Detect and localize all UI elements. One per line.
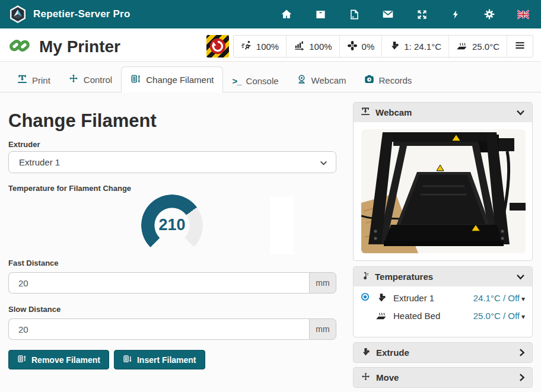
emergency-stop-button[interactable]	[206, 35, 229, 58]
repetier-server-app: Repetier-Server Pro	[0, 0, 541, 392]
slow-distance-unit: mm	[309, 318, 336, 340]
temperature-input[interactable]	[270, 197, 294, 254]
tab-label: Print	[32, 75, 50, 85]
move-panel: Move	[353, 367, 533, 388]
flow-value: 100%	[309, 42, 332, 52]
extruder-select-value: Extruder 1	[19, 157, 60, 167]
active-target-icon[interactable]	[361, 292, 370, 303]
fan-icon	[347, 40, 358, 53]
caret-down-icon: ▾	[521, 295, 525, 303]
fan-status[interactable]: 0%	[339, 36, 382, 57]
extruder-icon	[389, 40, 400, 53]
slow-distance-input[interactable]	[8, 318, 309, 340]
bed-icon	[456, 40, 468, 53]
extruder-icon	[361, 347, 371, 359]
extruder-temp-text: 24.1°C / Off	[473, 293, 520, 303]
insert-filament-button[interactable]: Insert Filament	[114, 350, 205, 369]
tab-print[interactable]: Print	[8, 69, 59, 92]
flow-status[interactable]: 100%	[286, 36, 339, 57]
filament-actions: Remove Filament Insert Filament	[8, 350, 205, 369]
hamburger-menu-icon	[514, 40, 526, 53]
queue-box-icon[interactable]	[314, 8, 326, 20]
printer-title: My Printer	[39, 37, 120, 56]
home-icon[interactable]	[281, 8, 292, 20]
move-panel-header[interactable]: Move	[354, 368, 532, 387]
caret-down-icon: ▾	[521, 313, 525, 321]
temperature-label: Temperature for Filament Change	[8, 184, 131, 193]
bed-temp-value: 25.0°C	[472, 42, 499, 52]
chevron-right-icon	[519, 373, 525, 382]
fast-distance-unit: mm	[309, 272, 336, 294]
chevron-right-icon	[519, 348, 525, 357]
extruder-temp-dropdown[interactable]: 24.1°C / Off▾	[473, 293, 525, 303]
speed-status[interactable]: 100%	[234, 36, 286, 57]
extrude-panel: Extrude	[353, 342, 533, 363]
flow-icon	[294, 40, 305, 53]
app-title: Repetier-Server Pro	[33, 8, 130, 20]
tab-change-filament[interactable]: Change Filament	[121, 66, 223, 93]
change-filament-panel: Change Filament Extruder Extruder 1 Temp…	[0, 93, 345, 392]
tab-label: Webcam	[311, 75, 346, 85]
fullscreen-icon[interactable]	[416, 8, 428, 20]
filament-up-icon	[17, 354, 27, 365]
webcam-body	[354, 122, 532, 260]
extruder-label: Extruder	[8, 140, 40, 149]
extruder-temp-status[interactable]: 1: 24.1°C	[381, 36, 448, 57]
chevron-down-icon	[320, 157, 327, 167]
extruder-select[interactable]: Extruder 1	[8, 151, 336, 173]
fast-distance-label: Fast Distance	[8, 259, 59, 267]
thermometer-icon	[361, 272, 370, 282]
right-sidebar: Webcam	[353, 93, 533, 392]
speed-value: 100%	[256, 42, 279, 52]
tab-records[interactable]: Records	[355, 69, 421, 92]
slow-distance-label: Slow Distance	[8, 305, 61, 314]
extrude-panel-header[interactable]: Extrude	[354, 343, 532, 362]
bed-temp-status[interactable]: 25.0°C	[448, 36, 507, 57]
printer-header: My Printer 100%	[0, 28, 541, 62]
extruder-icon	[375, 292, 388, 303]
settings-gear-icon[interactable]	[483, 8, 495, 20]
slow-distance-group: mm	[8, 318, 336, 340]
webcam-stream-image	[361, 129, 526, 253]
fast-distance-input[interactable]	[8, 272, 309, 294]
webcam-panel: Webcam	[353, 102, 533, 261]
move-icon	[68, 74, 79, 86]
printer-menu-button[interactable]	[507, 36, 533, 57]
insert-filament-label: Insert Filament	[137, 355, 196, 365]
fast-distance-group: mm	[8, 272, 336, 294]
temperature-gauge[interactable]: 210	[141, 195, 203, 256]
chevron-down-icon	[516, 274, 525, 280]
extrude-panel-title: Extrude	[376, 348, 409, 358]
connection-link-icon	[8, 34, 31, 59]
navbar-icons	[281, 8, 529, 20]
tab-label: Records	[379, 75, 412, 85]
manual-book-icon[interactable]	[348, 8, 360, 20]
tab-webcam[interactable]: Webcam	[288, 69, 355, 92]
webcam-panel-title: Webcam	[375, 107, 412, 117]
fan-value: 0%	[362, 42, 375, 52]
printer-icon	[361, 107, 370, 118]
temperatures-body: Extruder 1 24.1°C / Off▾ Heated Bed 25.0…	[354, 286, 532, 326]
uk-flag-icon[interactable]	[517, 8, 529, 20]
bed-temp-dropdown[interactable]: 25.0°C / Off▾	[473, 311, 525, 321]
tab-label: Change Filament	[146, 75, 214, 85]
move-icon	[361, 372, 371, 384]
tab-console[interactable]: >_ Console	[223, 71, 287, 92]
tab-control[interactable]: Control	[59, 68, 121, 92]
webcam-panel-header[interactable]: Webcam	[354, 103, 532, 122]
messages-envelope-icon[interactable]	[382, 8, 394, 20]
temperatures-panel: Temperatures Extruder 1 24.1°C / Off▾	[353, 266, 533, 337]
remove-filament-label: Remove Filament	[31, 355, 100, 365]
bed-temp-text: 25.0°C / Off	[473, 311, 520, 321]
bed-row-name: Heated Bed	[393, 311, 440, 321]
repetier-logo-icon[interactable]	[8, 5, 27, 24]
remove-filament-button[interactable]: Remove Filament	[8, 350, 109, 369]
temperatures-panel-header[interactable]: Temperatures	[354, 267, 532, 286]
chevron-down-icon	[516, 110, 525, 116]
webcam-icon	[297, 74, 307, 86]
speed-icon	[241, 40, 252, 53]
extruder-temp-value: 1: 24.1°C	[404, 42, 441, 52]
extruder-row-name: Extruder 1	[393, 293, 434, 303]
temperature-gauge-value: 210	[141, 216, 203, 234]
power-bolt-icon[interactable]	[450, 8, 462, 20]
